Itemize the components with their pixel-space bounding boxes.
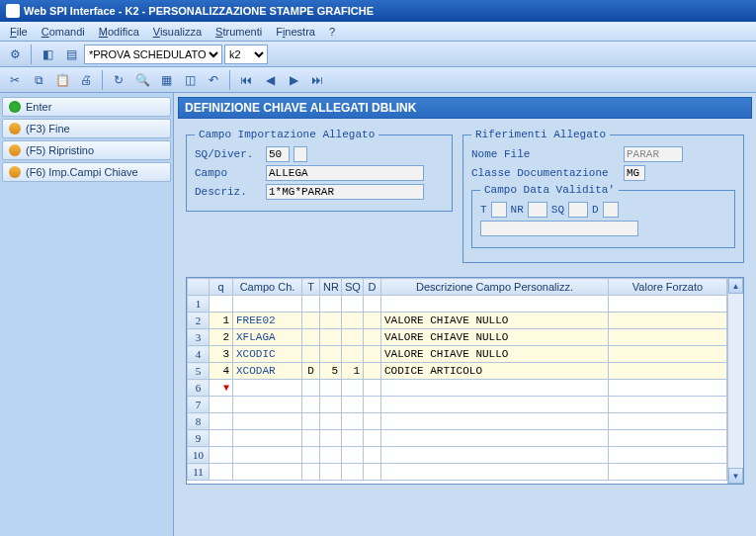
- cell[interactable]: [233, 380, 302, 397]
- cell[interactable]: [210, 464, 233, 481]
- cell[interactable]: 2: [210, 329, 233, 346]
- menu-modifica[interactable]: Modifica: [93, 24, 145, 40]
- grid-scrollbar[interactable]: ▲ ▼: [727, 278, 743, 484]
- cell[interactable]: [342, 413, 364, 430]
- menu-visualizza[interactable]: Visualizza: [147, 24, 208, 40]
- tb-prev-icon[interactable]: ◀: [259, 69, 281, 91]
- table-row[interactable]: 6▼: [188, 380, 727, 397]
- cell[interactable]: [609, 296, 727, 313]
- tb-refresh-icon[interactable]: ↻: [108, 69, 129, 91]
- menu-strumenti[interactable]: Strumenti: [210, 24, 268, 40]
- cell[interactable]: [320, 430, 342, 447]
- cell[interactable]: [381, 464, 609, 481]
- cell[interactable]: 9: [188, 430, 210, 447]
- cell[interactable]: [342, 397, 364, 413]
- table-row[interactable]: 32XFLAGAVALORE CHIAVE NULLO: [188, 329, 727, 346]
- table-row[interactable]: 1: [188, 296, 727, 313]
- menu-help[interactable]: ?: [323, 24, 341, 40]
- cell[interactable]: 5: [188, 363, 210, 380]
- menu-finestra[interactable]: Finestra: [270, 24, 321, 40]
- cell[interactable]: [609, 346, 727, 363]
- cell[interactable]: ▼: [210, 380, 233, 397]
- tb-find-icon[interactable]: 🔍: [131, 69, 153, 91]
- input-campo[interactable]: [266, 165, 424, 181]
- cell[interactable]: [302, 329, 320, 346]
- cell[interactable]: 6: [188, 380, 210, 397]
- cell[interactable]: [320, 397, 342, 413]
- cell[interactable]: [609, 363, 727, 380]
- cell[interactable]: [364, 329, 381, 346]
- cell[interactable]: 1: [210, 313, 233, 329]
- cell[interactable]: [364, 313, 381, 329]
- tb-copy-icon[interactable]: ⧉: [28, 69, 49, 91]
- input-classe[interactable]: [624, 165, 645, 181]
- cell[interactable]: [609, 380, 727, 397]
- cell[interactable]: [609, 430, 727, 447]
- cell[interactable]: [233, 397, 302, 413]
- cell[interactable]: [210, 430, 233, 447]
- cell[interactable]: [320, 313, 342, 329]
- cell[interactable]: 8: [188, 413, 210, 430]
- cell[interactable]: [320, 296, 342, 313]
- table-row[interactable]: 9: [188, 430, 727, 447]
- menu-file[interactable]: File: [4, 24, 34, 40]
- cell[interactable]: CODICE ARTICOLO: [381, 363, 609, 380]
- input-d[interactable]: [603, 202, 619, 218]
- col-rownum[interactable]: [188, 279, 210, 296]
- cell[interactable]: 2: [188, 313, 210, 329]
- cell[interactable]: [364, 430, 381, 447]
- cell[interactable]: VALORE CHIAVE NULLO: [381, 346, 609, 363]
- input-sq[interactable]: [568, 202, 588, 218]
- cell[interactable]: [381, 430, 609, 447]
- tb-doc-icon[interactable]: ▤: [60, 44, 82, 65]
- scroll-down-icon[interactable]: ▼: [728, 468, 743, 484]
- cell[interactable]: [320, 329, 342, 346]
- input-descriz[interactable]: [266, 184, 424, 200]
- table-row[interactable]: 10: [188, 447, 727, 464]
- cell[interactable]: 10: [188, 447, 210, 464]
- combo-schedulator[interactable]: *PROVA SCHEDULATOR*: [84, 45, 222, 64]
- input-nr[interactable]: [528, 202, 547, 218]
- sidebar-f5[interactable]: (F5) Ripristino: [2, 140, 171, 160]
- scroll-up-icon[interactable]: ▲: [728, 278, 743, 294]
- data-grid[interactable]: q Campo Ch. T NR SQ D Descrizione Campo …: [187, 278, 727, 481]
- cell[interactable]: [381, 413, 609, 430]
- cell[interactable]: [210, 397, 233, 413]
- cell[interactable]: [609, 313, 727, 329]
- cell[interactable]: [342, 296, 364, 313]
- input-nomefile[interactable]: [624, 146, 683, 162]
- sidebar-enter[interactable]: Enter: [2, 97, 171, 117]
- cell[interactable]: [302, 464, 320, 481]
- sidebar-f3[interactable]: (F3) Fine: [2, 119, 171, 138]
- table-row[interactable]: 43XCODICVALORE CHIAVE NULLO: [188, 346, 727, 363]
- cell[interactable]: [302, 430, 320, 447]
- input-sqdiver2[interactable]: [294, 146, 307, 162]
- cell[interactable]: XFLAGA: [233, 329, 302, 346]
- tb-next-icon[interactable]: ▶: [283, 69, 304, 91]
- cell[interactable]: [342, 313, 364, 329]
- tb-paste-icon[interactable]: 📋: [51, 69, 73, 91]
- cell[interactable]: [233, 447, 302, 464]
- col-nr[interactable]: NR: [320, 279, 342, 296]
- scroll-track[interactable]: [728, 294, 743, 468]
- tb-last-icon[interactable]: ⏭: [306, 69, 328, 91]
- table-row[interactable]: 8: [188, 413, 727, 430]
- cell[interactable]: [381, 296, 609, 313]
- cell[interactable]: 1: [342, 363, 364, 380]
- cell[interactable]: [302, 380, 320, 397]
- table-row[interactable]: 54XCODARD51CODICE ARTICOLO: [188, 363, 727, 380]
- cell[interactable]: [342, 346, 364, 363]
- menu-comandi[interactable]: Comandi: [36, 24, 91, 40]
- col-campo[interactable]: Campo Ch.: [233, 279, 302, 296]
- cell[interactable]: [381, 397, 609, 413]
- cell[interactable]: 4: [210, 363, 233, 380]
- col-val[interactable]: Valore Forzato: [609, 279, 727, 296]
- cell[interactable]: [233, 413, 302, 430]
- cell[interactable]: [381, 380, 609, 397]
- cell[interactable]: [302, 346, 320, 363]
- col-desc[interactable]: Descrizione Campo Personalizz.: [381, 279, 609, 296]
- cell[interactable]: [210, 413, 233, 430]
- cell[interactable]: [233, 430, 302, 447]
- cell[interactable]: [364, 464, 381, 481]
- tb-cut-icon[interactable]: ✂: [4, 69, 26, 91]
